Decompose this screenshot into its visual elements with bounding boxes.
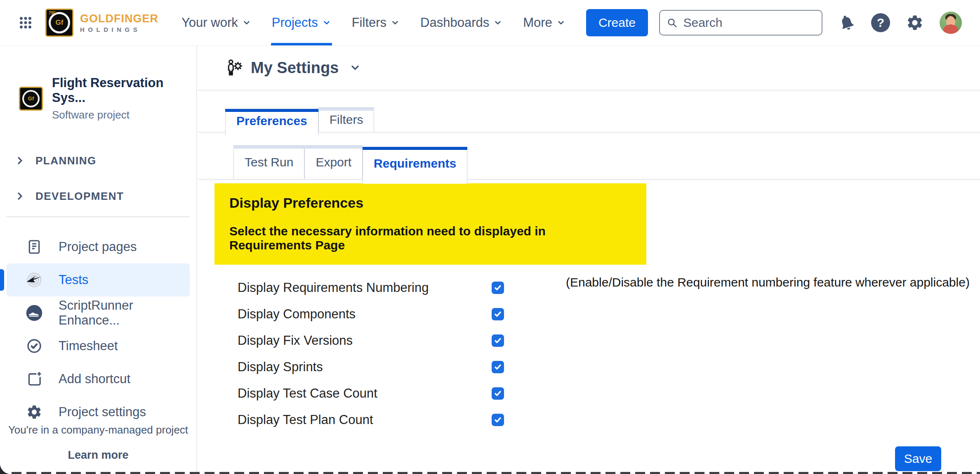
- nav-item-dashboards[interactable]: Dashboards: [420, 0, 502, 45]
- top-navbar: 79F Gf GOLDFINGER HOLDINGS Your work Pro…: [0, 0, 980, 46]
- project-header[interactable]: Gf Flight Reservation Sys... Software pr…: [0, 76, 196, 121]
- option-row: Display Fix Versions: [198, 327, 980, 354]
- page-title: My Settings: [251, 59, 339, 77]
- preferences-subtabs: Test Run Export Requirements: [198, 145, 980, 180]
- option-row: Display Sprints: [198, 354, 980, 380]
- nav-item-label: More: [523, 15, 552, 30]
- option-row: Display Test Plan Count: [198, 407, 980, 433]
- sidebar-footer: You're in a company-managed project Lear…: [0, 424, 196, 462]
- option-row: Display Components: [198, 301, 980, 327]
- section-label: DEVELOPMENT: [35, 190, 124, 203]
- app-window: 79F Gf GOLDFINGER HOLDINGS Your work Pro…: [0, 0, 980, 474]
- app-switcher-icon[interactable]: [18, 15, 33, 30]
- save-button[interactable]: Save: [895, 446, 941, 471]
- banner-title: Display Preferences: [229, 195, 631, 211]
- search-box[interactable]: [659, 10, 822, 36]
- badge-letters: Gf: [28, 95, 34, 102]
- chevron-down-icon: [493, 18, 502, 27]
- brand-line1: GOLDFINGER: [80, 13, 158, 24]
- sneaker-icon: [26, 304, 43, 322]
- selected-indicator: [0, 269, 4, 291]
- nav-item-label: Your work: [181, 15, 238, 30]
- chevron-right-icon: [15, 191, 25, 201]
- check-circle-icon: [26, 337, 43, 355]
- checkbox-checked[interactable]: [492, 387, 504, 400]
- sidebar-item-project-pages[interactable]: Project pages: [7, 230, 190, 263]
- section-label: PLANNING: [35, 154, 97, 167]
- nav-item-label: Projects: [272, 15, 318, 30]
- sidebar-sections: PLANNING DEVELOPMENT: [0, 143, 196, 214]
- option-row: Display Requirements Numbering (Enable/D…: [198, 275, 980, 301]
- nav-item-filters[interactable]: Filters: [352, 0, 400, 45]
- turbine-ring-icon: Gf: [22, 90, 40, 107]
- nav-item-label: Filters: [352, 15, 386, 30]
- sidebar-item-label: Tests: [59, 273, 88, 287]
- sidebar-section-planning[interactable]: PLANNING: [0, 143, 196, 178]
- checkbox-checked[interactable]: [492, 361, 504, 373]
- nav-item-more[interactable]: More: [523, 0, 565, 45]
- badge-corner-text: 79F: [49, 11, 56, 15]
- chevron-down-icon: [556, 18, 565, 27]
- sidebar-menu: Project pages Tests ScriptRunner Enhance…: [0, 230, 196, 429]
- nav-item-your-work[interactable]: Your work: [181, 0, 251, 45]
- help-icon[interactable]: ?: [871, 13, 890, 32]
- nav-item-label: Dashboards: [420, 15, 489, 30]
- create-button[interactable]: Create: [586, 9, 648, 36]
- page-header[interactable]: My Settings: [198, 46, 980, 91]
- document-icon: [26, 238, 43, 256]
- sidebar-section-development[interactable]: DEVELOPMENT: [0, 178, 196, 214]
- sidebar-item-label: Project pages: [59, 239, 137, 254]
- project-avatar: Gf: [19, 87, 43, 111]
- sidebar-item-timesheet[interactable]: Timesheet: [7, 329, 190, 363]
- navbar-right: ?: [659, 10, 962, 36]
- option-label: Display Sprints: [238, 360, 492, 374]
- notifications-bell-icon[interactable]: [838, 14, 855, 31]
- sidebar-item-add-shortcut[interactable]: Add shortcut: [7, 363, 190, 396]
- managed-project-note: You're in a company-managed project: [0, 424, 196, 436]
- sidebar-divider: [7, 216, 190, 217]
- option-note: (Enable/Disable the Requirement numberin…: [566, 275, 970, 289]
- goldfinger-badge-icon: 79F Gf: [45, 9, 73, 37]
- checkbox-checked[interactable]: [492, 282, 504, 294]
- subtab-export[interactable]: Export: [304, 145, 363, 179]
- main-content: My Settings Preferences Filters Test Run…: [198, 46, 980, 474]
- checkbox-checked[interactable]: [492, 308, 504, 320]
- option-label: Display Test Case Count: [238, 386, 492, 401]
- add-shortcut-icon: [26, 370, 43, 388]
- brand-text: GOLDFINGER HOLDINGS: [80, 13, 158, 33]
- sidebar-item-label: ScriptRunner Enhance...: [59, 298, 190, 328]
- checkbox-checked[interactable]: [492, 414, 504, 426]
- learn-more-link[interactable]: Learn more: [0, 449, 196, 462]
- primary-nav: Your work Projects Filters Dashboards Mo…: [181, 0, 565, 45]
- goldfinger-logo[interactable]: 79F Gf GOLDFINGER HOLDINGS: [45, 9, 158, 37]
- gear-icon: [26, 403, 43, 421]
- search-input[interactable]: [682, 15, 815, 30]
- checkbox-checked[interactable]: [492, 334, 504, 347]
- chevron-right-icon: [15, 156, 25, 166]
- option-label: Display Test Plan Count: [238, 412, 492, 427]
- project-header-text: Flight Reservation Sys... Software proje…: [52, 76, 196, 121]
- option-label: Display Fix Versions: [238, 333, 492, 348]
- project-type: Software project: [52, 109, 196, 121]
- subtab-test-run[interactable]: Test Run: [233, 145, 304, 179]
- banner-subtitle: Select the necessary information need to…: [229, 224, 631, 252]
- save-row: Save: [198, 446, 980, 471]
- sidebar-item-scriptrunner[interactable]: ScriptRunner Enhance...: [7, 296, 190, 329]
- project-name: Flight Reservation Sys...: [52, 76, 196, 105]
- chevron-down-icon: [242, 18, 251, 27]
- sidebar-item-tests[interactable]: Tests: [7, 263, 190, 296]
- settings-tabs: Preferences Filters: [198, 107, 980, 133]
- chevron-down-icon: [322, 18, 331, 27]
- tab-filters[interactable]: Filters: [318, 107, 375, 132]
- chevron-down-icon: [391, 18, 400, 27]
- settings-gear-icon[interactable]: [906, 14, 924, 32]
- nav-item-projects[interactable]: Projects: [272, 0, 331, 45]
- option-label: Display Requirements Numbering: [238, 280, 492, 295]
- user-avatar[interactable]: [940, 12, 962, 34]
- project-sidebar: Gf Flight Reservation Sys... Software pr…: [0, 46, 197, 474]
- display-options-list: Display Requirements Numbering (Enable/D…: [198, 275, 980, 433]
- brand-line2: HOLDINGS: [80, 26, 158, 33]
- subtab-requirements[interactable]: Requirements: [363, 147, 467, 184]
- tab-preferences[interactable]: Preferences: [225, 109, 318, 137]
- badge-letters: Gf: [56, 19, 64, 27]
